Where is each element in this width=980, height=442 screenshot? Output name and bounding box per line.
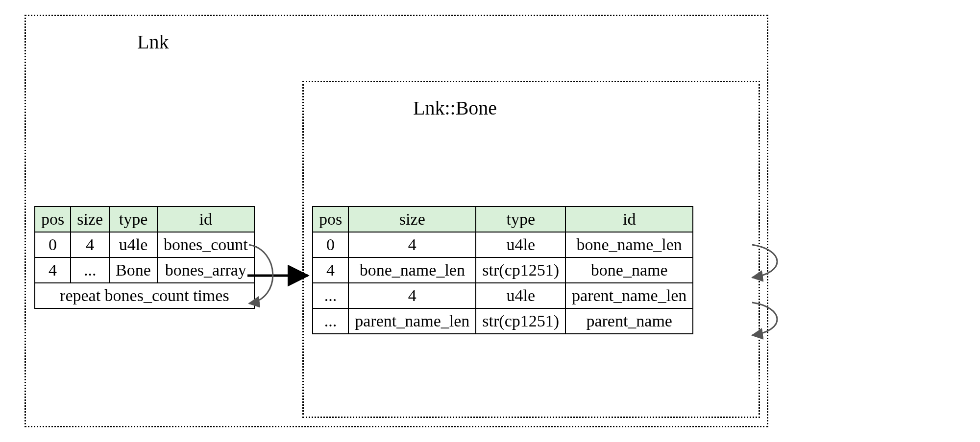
cell-type: u4le: [476, 232, 565, 257]
cell-type: str(cp1251): [476, 308, 565, 334]
table-row: ... 4 u4le parent_name_len: [313, 283, 693, 308]
cell-size: ...: [71, 257, 109, 283]
cell-size: parent_name_len: [348, 308, 476, 334]
cell-pos: ...: [313, 283, 348, 308]
cell-id: bone_name: [565, 257, 693, 283]
cell-size: 4: [348, 283, 476, 308]
cell-id: parent_name: [565, 308, 693, 334]
cell-pos: 0: [35, 232, 71, 257]
cell-pos: 4: [35, 257, 71, 283]
cell-type: u4le: [476, 283, 565, 308]
col-pos: pos: [313, 207, 348, 232]
cell-size: 4: [71, 232, 109, 257]
table-row: ... parent_name_len str(cp1251) parent_n…: [313, 308, 693, 334]
col-pos: pos: [35, 207, 71, 232]
cell-size: 4: [348, 232, 476, 257]
outer-box-title: Lnk: [137, 30, 169, 53]
table-header-row: pos size type id: [35, 207, 254, 232]
cell-pos: 0: [313, 232, 348, 257]
col-type: type: [109, 207, 157, 232]
cell-type: Bone: [109, 257, 157, 283]
repeat-note: repeat bones_count times: [35, 283, 254, 308]
cell-id: bone_name_len: [565, 232, 693, 257]
table-row: 4 bone_name_len str(cp1251) bone_name: [313, 257, 693, 283]
lnk-table: pos size type id 0 4 u4le bones_count 4 …: [34, 206, 255, 309]
table-row: 0 4 u4le bones_count: [35, 232, 254, 257]
cell-pos: 4: [313, 257, 348, 283]
cell-pos: ...: [313, 308, 348, 334]
cell-id: bones_count: [157, 232, 254, 257]
col-size: size: [71, 207, 109, 232]
table-header-row: pos size type id: [313, 207, 693, 232]
table-row: 4 ... Bone bones_array: [35, 257, 254, 283]
lnk-bone-table: pos size type id 0 4 u4le bone_name_len …: [312, 206, 693, 334]
col-size: size: [348, 207, 476, 232]
col-type: type: [476, 207, 565, 232]
cell-id: parent_name_len: [565, 283, 693, 308]
col-id: id: [565, 207, 693, 232]
table-row: 0 4 u4le bone_name_len: [313, 232, 693, 257]
col-id: id: [157, 207, 254, 232]
inner-box-title: Lnk::Bone: [413, 96, 497, 119]
cell-type: u4le: [109, 232, 157, 257]
cell-type: str(cp1251): [476, 257, 565, 283]
cell-size: bone_name_len: [348, 257, 476, 283]
cell-id: bones_array: [157, 257, 254, 283]
table-footer-row: repeat bones_count times: [35, 283, 254, 308]
